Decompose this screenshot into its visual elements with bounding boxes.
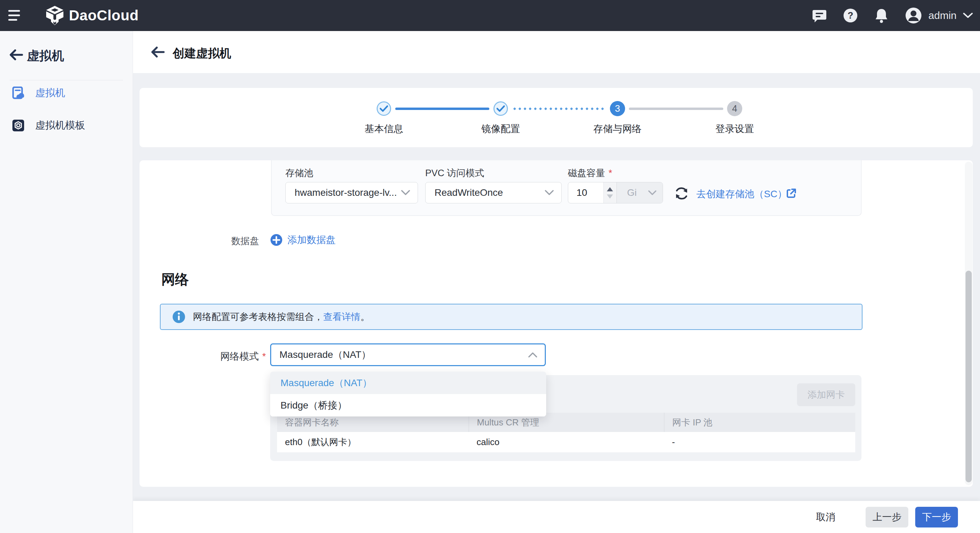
refresh-icon[interactable] (674, 186, 689, 201)
next-step-button[interactable]: 下一步 (915, 507, 958, 528)
user-menu[interactable]: admin (905, 7, 973, 24)
step-2-circle[interactable] (493, 101, 508, 116)
stepper-down-icon[interactable] (607, 195, 613, 199)
chevron-down-icon (648, 190, 656, 195)
brand-name: DaoCloud (69, 7, 138, 24)
pvc-mode-label: PVC 访问模式 (425, 167, 484, 179)
messages-icon[interactable] (812, 8, 827, 23)
sidebar-item-vm[interactable]: 虚拟机 (0, 82, 133, 104)
info-icon (172, 310, 185, 323)
table-row: eth0（默认网卡） calico - (277, 432, 855, 452)
disk-capacity-input[interactable] (568, 182, 603, 203)
banner-detail-link[interactable]: 查看详情 (323, 312, 360, 322)
nic-table: 容器网卡名称 Multus CR 管理 网卡 IP 池 eth0（默认网卡） c… (277, 413, 855, 452)
chevron-down-icon (963, 13, 973, 19)
vm-template-icon (12, 119, 25, 132)
check-icon (380, 106, 387, 111)
pvc-access-mode-select[interactable]: ReadWriteOnce (425, 182, 562, 203)
sidebar-title: 虚拟机 (27, 48, 64, 64)
network-mode-label: 网络模式* (220, 350, 266, 363)
stepper-card: 3 4 基本信息 镜像配置 存储与网络 登录设置 (140, 88, 973, 147)
notifications-bell-icon[interactable] (874, 8, 889, 23)
step-4-label: 登录设置 (693, 122, 776, 136)
banner-suffix: 。 (360, 312, 370, 322)
cancel-button[interactable]: 取消 (816, 511, 835, 524)
network-mode-select[interactable]: Masquerade（NAT） (270, 343, 546, 366)
network-section-title: 网络 (161, 270, 189, 289)
step-3-circle[interactable]: 3 (610, 101, 625, 116)
daocloud-logo-icon (46, 5, 64, 26)
stepper-connector-3 (629, 108, 723, 110)
step-4-circle[interactable]: 4 (727, 101, 742, 116)
storage-pool-label: 存储池 (285, 167, 313, 179)
sidebar-divider (10, 80, 123, 80)
previous-step-button[interactable]: 上一步 (865, 507, 908, 528)
required-marker: * (262, 351, 266, 362)
storage-pool-select[interactable]: hwameistor-storage-lv... (285, 182, 418, 203)
svg-text:?: ? (848, 10, 854, 21)
page-header: 创建虚拟机 (133, 31, 980, 73)
chevron-down-icon (401, 190, 410, 195)
network-mode-dropdown: Masquerade（NAT） Bridge（桥接） (270, 372, 546, 417)
data-disk-label: 数据盘 (231, 235, 259, 247)
check-icon (497, 106, 504, 111)
system-disk-card: 存储池 PVC 访问模式 磁盘容量* hwameistor-storage-lv… (271, 160, 861, 216)
footer-bar: 取消 上一步 下一步 (133, 501, 980, 533)
required-marker: * (609, 168, 612, 178)
username: admin (928, 10, 956, 21)
stepper-connector-1 (395, 108, 489, 110)
scrollbar-track (965, 162, 972, 485)
page-title: 创建虚拟机 (173, 46, 231, 61)
top-bar: DaoCloud ? admin (0, 0, 980, 31)
page-back-arrow-icon[interactable] (151, 45, 165, 59)
hamburger-menu-icon[interactable] (8, 9, 22, 22)
step-1-label: 基本信息 (342, 122, 425, 136)
step-3-label: 存储与网络 (576, 122, 659, 136)
cell-nic-name: eth0（默认网卡） (277, 432, 469, 452)
form-card: 存储池 PVC 访问模式 磁盘容量* hwameistor-storage-lv… (140, 160, 973, 487)
dropdown-option-masquerade[interactable]: Masquerade（NAT） (270, 372, 546, 394)
stepper-connector-2 (512, 108, 606, 110)
scrollbar-thumb[interactable] (966, 271, 972, 482)
add-nic-button[interactable]: 添加网卡 (797, 383, 855, 406)
step-2-label: 镜像配置 (459, 122, 542, 136)
capacity-unit-select[interactable]: Gi (616, 182, 663, 203)
help-icon[interactable]: ? (843, 8, 858, 23)
avatar (905, 7, 922, 24)
sidebar-back-arrow-icon[interactable] (9, 48, 24, 62)
disk-capacity-group: Gi (568, 182, 663, 203)
brand: DaoCloud (46, 0, 138, 31)
step-1-circle[interactable] (377, 101, 391, 116)
stepper-up-icon[interactable] (607, 187, 613, 191)
sidebar-item-vm-template[interactable]: 虚拟机模板 (0, 115, 133, 137)
banner-text: 网络配置可参考表格按需组合， (193, 312, 323, 322)
dropdown-option-bridge[interactable]: Bridge（桥接） (270, 394, 546, 417)
sidebar-item-vm-label: 虚拟机 (35, 86, 65, 100)
cell-multus-cr: calico (469, 432, 664, 452)
capacity-stepper (603, 182, 616, 203)
topbar-actions: ? admin (812, 0, 973, 31)
vm-doc-cloud-icon (12, 86, 25, 100)
external-link-icon[interactable] (786, 188, 797, 199)
plus-circle-icon (270, 234, 283, 246)
col-header-ip-pool: 网卡 IP 池 (664, 413, 855, 432)
cell-ip-pool: - (664, 432, 855, 452)
network-info-banner: 网络配置可参考表格按需组合，查看详情。 (160, 304, 862, 330)
create-storage-pool-link[interactable]: 去创建存储池（SC） (697, 188, 787, 201)
chevron-up-icon (528, 352, 537, 357)
screen: DaoCloud ? admin (0, 0, 980, 533)
disk-capacity-label: 磁盘容量* (568, 167, 612, 179)
add-data-disk-button[interactable]: 添加数据盘 (270, 233, 336, 246)
chevron-down-icon (545, 190, 554, 195)
sidebar-item-vm-template-label: 虚拟机模板 (35, 119, 85, 132)
sidebar: 虚拟机 虚拟机 虚拟机模板 (0, 31, 133, 533)
